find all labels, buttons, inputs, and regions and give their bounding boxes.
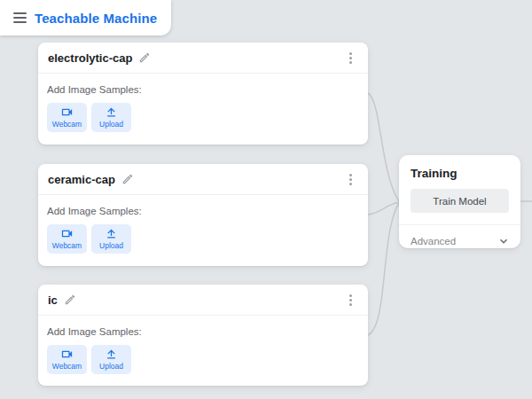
upload-icon <box>105 348 118 361</box>
upload-icon <box>105 227 118 240</box>
webcam-button-label: Webcam <box>52 241 82 250</box>
upload-button[interactable]: Upload <box>91 224 131 254</box>
edit-pencil-icon[interactable] <box>121 173 134 185</box>
class-name-label: ic <box>48 293 58 307</box>
add-samples-label: Add Image Samples: <box>47 84 368 95</box>
class-card-ceramic-cap: ceramic-cap Add Image Samples: Webcam Up… <box>38 164 368 266</box>
kebab-menu-icon[interactable] <box>344 291 357 309</box>
webcam-button-label: Webcam <box>52 120 82 129</box>
webcam-icon <box>60 106 74 119</box>
edit-pencil-icon[interactable] <box>138 51 151 64</box>
class-card-electrolytic-cap: electrolytic-cap Add Image Samples: Webc… <box>38 43 368 145</box>
upload-button-label: Upload <box>99 362 123 371</box>
upload-button[interactable]: Upload <box>91 103 131 132</box>
advanced-label: Advanced <box>411 236 456 246</box>
train-model-button[interactable]: Train Model <box>411 189 509 213</box>
class-name-label: ceramic-cap <box>48 173 115 186</box>
upload-button-label: Upload <box>99 120 123 129</box>
class-card-ic: ic Add Image Samples: Webcam Upload <box>38 285 368 386</box>
upload-button[interactable]: Upload <box>91 345 131 374</box>
add-samples-label: Add Image Samples: <box>47 206 368 216</box>
training-card: Training Train Model Advanced <box>399 155 520 248</box>
upload-icon <box>105 106 118 119</box>
class-name-label: electrolytic-cap <box>48 51 132 65</box>
edit-pencil-icon[interactable] <box>64 293 76 306</box>
kebab-menu-icon[interactable] <box>344 170 357 189</box>
webcam-icon <box>60 348 74 361</box>
webcam-button[interactable]: Webcam <box>47 103 87 132</box>
chevron-down-icon[interactable] <box>497 234 511 248</box>
advanced-toggle[interactable]: Advanced <box>399 225 520 256</box>
webcam-button[interactable]: Webcam <box>47 224 87 254</box>
app-title[interactable]: Teachable Machine <box>35 11 157 26</box>
webcam-button-label: Webcam <box>52 362 82 371</box>
kebab-menu-icon[interactable] <box>344 49 357 67</box>
app-bar: Teachable Machine <box>0 0 171 35</box>
teachable-machine-app: Teachable Machine electrolytic-cap Add I… <box>0 0 532 399</box>
hamburger-menu-icon[interactable] <box>13 12 27 23</box>
webcam-icon <box>60 227 74 240</box>
training-title: Training <box>411 167 520 180</box>
class-card-body: Add Image Samples: Webcam Upload <box>38 195 368 254</box>
class-card-body: Add Image Samples: Webcam Upload <box>38 74 368 132</box>
upload-button-label: Upload <box>99 241 123 250</box>
class-card-header: ceramic-cap <box>38 164 368 195</box>
webcam-button[interactable]: Webcam <box>47 345 87 374</box>
class-card-body: Add Image Samples: Webcam Upload <box>38 316 368 374</box>
class-card-header: ic <box>38 285 368 316</box>
class-card-header: electrolytic-cap <box>38 43 368 74</box>
add-samples-label: Add Image Samples: <box>47 326 368 337</box>
